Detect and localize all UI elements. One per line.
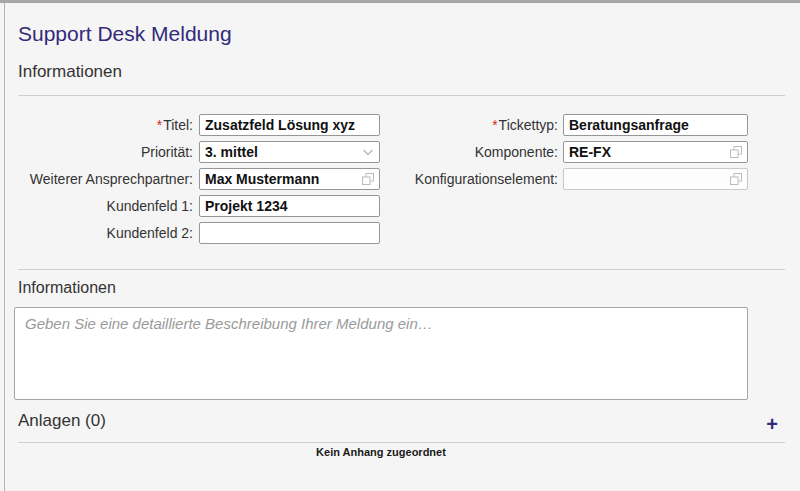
chevron-down-icon: [361, 145, 375, 159]
kundenfeld2-field: [199, 222, 380, 244]
attachments-empty-message: Kein Anhang zugeordnet: [0, 446, 762, 458]
prioritaet-select[interactable]: 3. mittel: [199, 141, 380, 163]
value-help-icon[interactable]: [729, 145, 743, 159]
required-marker: *: [492, 117, 497, 133]
description-section-heading: Informationen: [18, 279, 116, 297]
kundenfeld1-field: [199, 195, 380, 217]
komponente-input[interactable]: [564, 142, 747, 162]
prioritaet-selected-value: 3. mittel: [200, 142, 379, 162]
titel-field: [199, 114, 380, 136]
divider: [18, 95, 785, 96]
tickettyp-input[interactable]: [564, 115, 747, 135]
tickettyp-label: *Tickettyp:: [398, 114, 558, 136]
prioritaet-label: Priorität:: [8, 141, 193, 163]
value-help-icon[interactable]: [729, 172, 743, 186]
komponente-field: [563, 141, 748, 163]
attachments-heading: Anlagen (0): [18, 411, 106, 431]
ansprechpartner-label: Weiterer Ansprechpartner:: [8, 168, 193, 190]
ansprechpartner-input[interactable]: [200, 169, 379, 189]
konfigurationselement-label: Konfigurationselement:: [398, 168, 558, 190]
konfigurationselement-input[interactable]: [564, 169, 747, 189]
support-desk-form: Support Desk Meldung Informationen *Tite…: [0, 0, 800, 491]
section-heading-informationen: Informationen: [18, 62, 122, 82]
kundenfeld2-label: Kundenfeld 2:: [8, 222, 193, 244]
add-attachment-button[interactable]: +: [758, 411, 786, 437]
form-column-left: *Titel: Priorität: 3. mittel Weiterer An…: [8, 114, 380, 244]
value-help-icon[interactable]: [361, 172, 375, 186]
divider: [18, 442, 785, 443]
kundenfeld2-input[interactable]: [200, 223, 379, 243]
form-column-right: *Tickettyp: Komponente: Konfigurationsel…: [398, 114, 748, 190]
kundenfeld1-input[interactable]: [200, 196, 379, 216]
konfigurationselement-field: [563, 168, 748, 190]
tickettyp-field: [563, 114, 748, 136]
kundenfeld1-label: Kundenfeld 1:: [8, 195, 193, 217]
page-left-border: [4, 3, 5, 491]
required-marker: *: [157, 117, 162, 133]
komponente-label: Komponente:: [398, 141, 558, 163]
description-textarea[interactable]: [14, 307, 748, 400]
titel-input[interactable]: [200, 115, 379, 135]
divider: [18, 269, 785, 270]
page-title: Support Desk Meldung: [18, 22, 232, 46]
ansprechpartner-field: [199, 168, 380, 190]
titel-label: *Titel:: [8, 114, 193, 136]
